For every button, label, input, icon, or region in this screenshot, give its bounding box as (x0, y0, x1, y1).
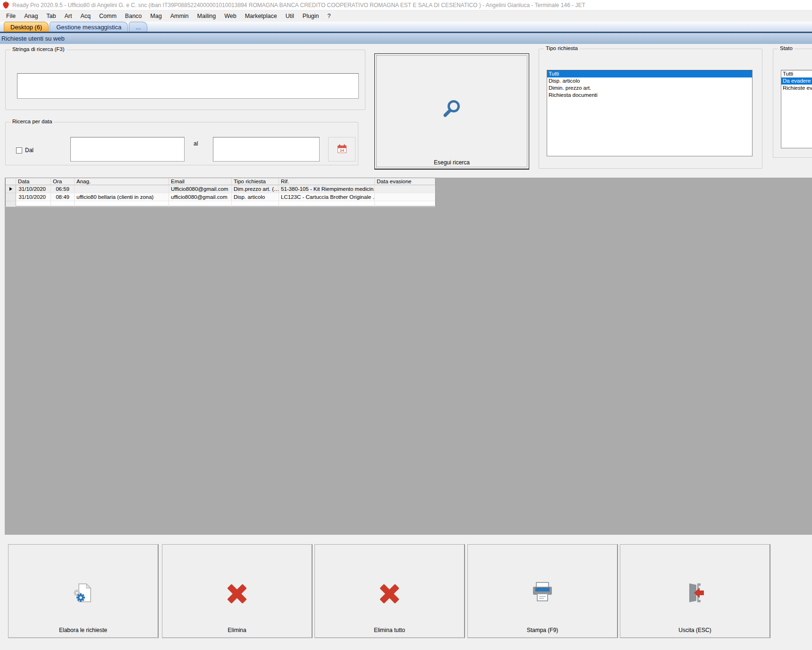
table-row[interactable]: 31/10/2020 06:59 Ufficio8080@gmail.com D… (6, 185, 435, 193)
cell-empty (169, 201, 232, 207)
menu-bar: File Anag Tab Art Acq Comm Banco Mag Amm… (0, 10, 812, 22)
tab-more[interactable]: ... (129, 22, 147, 32)
tipo-richiesta-listbox: Tutti Disp. articolo Dimin. prezzo art. … (547, 70, 753, 156)
calendar-icon: 24 (337, 144, 347, 155)
menu-plugin[interactable]: Plugin (298, 11, 323, 21)
tipo-item-dimin-prezzo[interactable]: Dimin. prezzo art. (547, 85, 752, 92)
page-title: Richieste utenti su web (0, 33, 812, 44)
cell-ora[interactable]: 08:49 (51, 193, 75, 201)
cell-anag[interactable]: ufficio80 bellaria (clienti in zona) (75, 193, 169, 201)
printer-icon (531, 582, 554, 605)
tab-gestione-messaggistica[interactable]: Gestione messaggistica (50, 22, 128, 32)
tipo-item-tutti[interactable]: Tutti (547, 70, 752, 77)
cell-rif[interactable]: 51-380-105 - Kit Riempimento medicin… (279, 185, 375, 193)
cell-tipo[interactable]: Disp. articolo (232, 193, 279, 201)
tipo-richiesta-group-label: Tipo richiesta (544, 45, 580, 51)
cell-empty (16, 201, 51, 207)
elabora-richieste-button[interactable]: Elabora le richieste (8, 544, 159, 638)
menu-util[interactable]: Util (281, 11, 298, 21)
esegui-ricerca-button[interactable]: Esegui ricerca (374, 53, 529, 170)
menu-banco[interactable]: Banco (121, 11, 146, 21)
menu-marketplace[interactable]: Marketplace (241, 11, 281, 21)
row-selector-cell[interactable] (6, 193, 16, 201)
header-email[interactable]: Email (169, 178, 232, 185)
cell-empty (279, 201, 375, 207)
current-row-arrow-icon (9, 187, 12, 191)
menu-file[interactable]: File (2, 11, 20, 21)
stato-listbox: Tutti Da evadere Richieste eva (781, 70, 812, 148)
cell-empty (51, 201, 75, 207)
stato-item-richieste-evase[interactable]: Richieste eva (781, 85, 812, 92)
dal-checkbox[interactable] (16, 147, 22, 154)
date-to-input[interactable] (213, 137, 320, 162)
menu-comm[interactable]: Comm (95, 11, 121, 21)
cell-data[interactable]: 31/10/2020 (16, 185, 51, 193)
title-bar: Ready Pro 2020.9.5 - Ufficio80 di Angeli… (0, 0, 812, 10)
stato-group-label: Stato (778, 45, 795, 51)
elabora-richieste-label: Elabora le richieste (8, 627, 158, 633)
menu-mailing[interactable]: Mailing (193, 11, 220, 21)
red-x-icon (225, 582, 249, 607)
stato-item-tutti[interactable]: Tutti (781, 70, 812, 77)
header-ora[interactable]: Ora (51, 178, 75, 185)
tipo-item-disp-articolo[interactable]: Disp. articolo (547, 77, 752, 85)
exit-door-icon (685, 582, 705, 606)
cell-anag[interactable] (75, 185, 169, 193)
elimina-tutto-button[interactable]: Elimina tutto (314, 544, 465, 638)
cell-tipo[interactable]: Dim.prezzo art. (… (232, 185, 279, 193)
tipo-richiesta-group: Tipo richiesta Tutti Disp. articolo Dimi… (539, 49, 762, 169)
cell-empty (375, 201, 435, 207)
menu-anag[interactable]: Anag (20, 11, 42, 21)
menu-ammin[interactable]: Ammin (166, 11, 193, 21)
menu-tab[interactable]: Tab (42, 11, 60, 21)
menu-acq[interactable]: Acq (76, 11, 95, 21)
svg-text:24: 24 (340, 148, 344, 153)
dal-checkbox-label: Dal (25, 147, 34, 154)
cell-ora[interactable]: 06:59 (51, 185, 75, 193)
header-data-evasione[interactable]: Data evasione (375, 178, 435, 185)
al-label: al (194, 140, 198, 147)
calendar-button[interactable]: 24 (328, 137, 355, 162)
header-rif[interactable]: Rif. (279, 178, 375, 185)
magnifier-icon (440, 97, 463, 121)
content-area (5, 178, 812, 535)
stato-group: Stato Tutti Da evadere Richieste eva (773, 49, 812, 158)
tipo-item-richiesta-documenti[interactable]: Richiesta documenti (547, 92, 752, 99)
menu-mag[interactable]: Mag (146, 11, 166, 21)
cell-rif[interactable]: LC123C - Cartuccia Brother Originale … (279, 193, 375, 201)
window-title: Ready Pro 2020.9.5 - Ufficio80 di Angeli… (12, 2, 585, 9)
search-string-input[interactable] (17, 73, 359, 99)
table-row[interactable]: 31/10/2020 08:49 ufficio80 bellaria (cli… (6, 193, 435, 201)
date-search-group: Ricerca per data Dal al 24 (5, 122, 358, 165)
search-string-group-label: Stringa di ricerca (F3) (10, 46, 67, 52)
uscita-button[interactable]: Uscita (ESC) (620, 544, 770, 638)
row-selector-cell[interactable] (6, 185, 16, 193)
header-selector (6, 178, 16, 185)
date-search-group-label: Ricerca per data (10, 119, 54, 124)
cell-email[interactable]: ufficio8080@gmail.com (169, 193, 232, 201)
cell-evasione[interactable] (375, 193, 435, 201)
cell-email[interactable]: Ufficio8080@gmail.com (169, 185, 232, 193)
elimina-button[interactable]: Elimina (162, 544, 313, 638)
header-anag[interactable]: Anag. (75, 178, 169, 185)
cell-data[interactable]: 31/10/2020 (16, 193, 51, 201)
stampa-button[interactable]: Stampa (F9) (467, 544, 618, 638)
elimina-label: Elimina (162, 627, 312, 633)
uscita-label: Uscita (ESC) (620, 627, 770, 633)
header-tipo-richiesta[interactable]: Tipo richiesta (232, 178, 279, 185)
cell-empty (232, 201, 279, 207)
document-gear-icon (71, 582, 95, 607)
table-header-row: Data Ora Anag. Email Tipo richiesta Rif.… (6, 178, 435, 185)
header-data[interactable]: Data (16, 178, 51, 185)
menu-help[interactable]: ? (323, 11, 335, 21)
stampa-label: Stampa (F9) (468, 627, 617, 633)
cell-empty (75, 201, 169, 207)
cell-evasione[interactable] (375, 185, 435, 193)
table-row-empty (6, 201, 435, 207)
menu-web[interactable]: Web (220, 11, 240, 21)
menu-art[interactable]: Art (60, 11, 76, 21)
stato-item-da-evadere[interactable]: Da evadere (781, 77, 812, 85)
tab-desktop[interactable]: Desktop (6) (4, 22, 49, 32)
date-from-input[interactable] (70, 137, 185, 162)
red-x-icon (377, 582, 402, 607)
